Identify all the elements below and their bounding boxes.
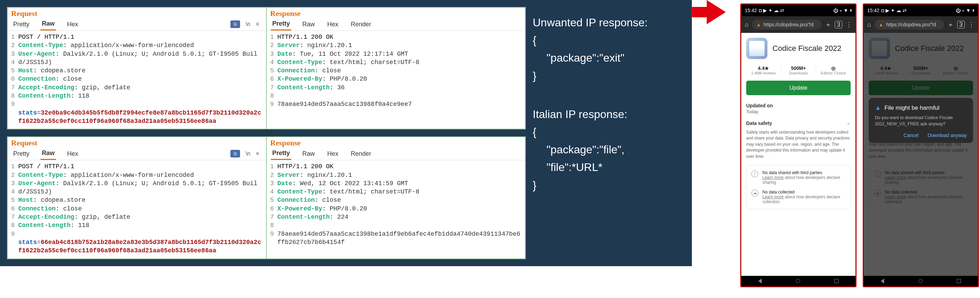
request-panel-2: Request Pretty Raw Hex ⎘ \n ≡ 123456789 bbox=[7, 137, 266, 258]
update-button[interactable]: Update bbox=[746, 81, 851, 95]
tab-pretty[interactable]: Pretty bbox=[271, 18, 291, 30]
new-tab-icon[interactable]: ＋ bbox=[825, 21, 831, 29]
updated-on-value: Today bbox=[746, 109, 851, 114]
dialog-body: Do you want to download Codice Fiscale 2… bbox=[875, 115, 967, 127]
tab-raw[interactable]: Raw bbox=[40, 147, 56, 160]
actions-button[interactable]: ⎘ bbox=[231, 150, 240, 158]
menu-icon[interactable]: ≡ bbox=[256, 21, 259, 27]
rr-row-1: Request Pretty Raw Hex ⎘ \n ≡ 123456789 bbox=[7, 7, 526, 129]
rr-row-2: Request Pretty Raw Hex ⎘ \n ≡ 123456789 bbox=[7, 136, 526, 259]
harmful-file-dialog: ▲ File might be harmful Do you want to d… bbox=[869, 98, 973, 143]
status-bar: 15:42◘ ▶ ✦ ☁ ⇄ ⏻ ▾ ▼ ▮ bbox=[864, 5, 978, 16]
status-bar: 15:42◘ ▶ ✦ ☁ ⇄ ⏻ ▾ ▼ ▮ bbox=[741, 5, 856, 16]
data-safety-card: ⤴ No data shared with third parties Lear… bbox=[746, 165, 851, 209]
tab-count[interactable]: 3 bbox=[835, 21, 842, 29]
tab-raw[interactable]: Raw bbox=[301, 148, 316, 159]
phone-screenshot-2: 15:42◘ ▶ ✦ ☁ ⇄ ⏻ ▾ ▼ ▮ ⌂ ▲ https://cdopd… bbox=[863, 3, 979, 287]
annotations-column: Unwanted IP response: { "package":"exit"… bbox=[533, 7, 685, 259]
warning-triangle-icon: ▲ bbox=[875, 104, 881, 112]
android-nav-bar bbox=[864, 276, 978, 286]
tab-render[interactable]: Render bbox=[349, 148, 372, 159]
back-icon[interactable] bbox=[758, 279, 762, 284]
home-icon[interactable]: ⌂ bbox=[745, 21, 749, 29]
tab-hex[interactable]: Hex bbox=[66, 148, 80, 159]
stats-row: 4.4★1.48M reviews 500M+Downloads ◎Editor… bbox=[869, 65, 973, 75]
new-tab-icon[interactable]: ＋ bbox=[948, 21, 954, 29]
download-anyway-button[interactable]: Download anyway bbox=[928, 132, 967, 138]
arrow-right-icon[interactable]: → bbox=[846, 121, 851, 126]
brace-close: } bbox=[533, 177, 685, 194]
request-body-1: POST / HTTP/1.1 Content-Type: applicatio… bbox=[18, 33, 262, 125]
tab-render[interactable]: Render bbox=[349, 19, 372, 30]
brace-open: { bbox=[533, 32, 685, 49]
tab-raw[interactable]: Raw bbox=[301, 19, 316, 30]
tab-pretty[interactable]: Pretty bbox=[12, 19, 31, 30]
italian-body-1: "package":"file", bbox=[533, 141, 685, 159]
browser-url-bar: ⌂ ▲ https://cdopdrea.pro/?d ＋ 3 ⋮ bbox=[741, 16, 856, 33]
newline-toggle[interactable]: \n bbox=[246, 21, 250, 27]
home-nav-icon[interactable] bbox=[918, 279, 923, 283]
tab-count[interactable]: 3 bbox=[957, 21, 965, 29]
response-panel-1: Response Pretty Raw Hex Render 123456789… bbox=[266, 7, 525, 129]
tab-pretty[interactable]: Pretty bbox=[271, 147, 291, 160]
tab-raw[interactable]: Raw bbox=[40, 18, 56, 30]
more-icon[interactable]: ⋮ bbox=[968, 21, 974, 29]
recents-icon[interactable] bbox=[957, 279, 961, 283]
share-icon: ⤴ bbox=[751, 170, 758, 177]
tab-hex[interactable]: Hex bbox=[326, 148, 340, 159]
italian-body-2: "file":*URL* bbox=[533, 159, 685, 176]
more-icon[interactable]: ⋮ bbox=[846, 21, 852, 29]
app-title: Codice Fiscale 2022 bbox=[895, 44, 964, 53]
response-panel-2: Response Pretty Raw Hex Render 123456789… bbox=[266, 137, 525, 258]
app-icon bbox=[869, 38, 890, 59]
unwanted-body: "package":"exit" bbox=[533, 49, 685, 67]
unwanted-title: Unwanted IP response: bbox=[533, 14, 685, 32]
warning-icon: ▲ bbox=[756, 22, 761, 27]
response-header: Response bbox=[267, 8, 525, 18]
app-icon bbox=[746, 38, 768, 59]
italian-title: Italian IP response: bbox=[533, 105, 685, 123]
home-nav-icon[interactable] bbox=[796, 279, 800, 283]
request-body-2: POST / HTTP/1.1 Content-Type: applicatio… bbox=[18, 163, 262, 255]
response-body-1: HTTP/1.1 200 OK Server: nginx/1.20.1 Dat… bbox=[277, 33, 522, 109]
actions-button[interactable]: ⎘ bbox=[231, 21, 240, 28]
recents-icon[interactable] bbox=[834, 279, 838, 283]
brace-close: } bbox=[533, 67, 685, 85]
response-header: Response bbox=[267, 137, 525, 147]
newline-toggle[interactable]: \n bbox=[246, 151, 250, 157]
back-icon[interactable] bbox=[881, 279, 884, 284]
home-icon[interactable]: ⌂ bbox=[867, 21, 871, 29]
tab-hex[interactable]: Hex bbox=[326, 19, 340, 30]
editors-choice-icon: ◎ bbox=[816, 65, 851, 71]
response-body-2: HTTP/1.1 200 OK Server: nginx/1.20.1 Dat… bbox=[277, 163, 522, 246]
tab-hex[interactable]: Hex bbox=[66, 19, 80, 30]
url-field[interactable]: ▲ https://cdopdrea.pro/?d bbox=[752, 20, 822, 29]
request-header: Request bbox=[8, 8, 266, 18]
dialog-title: File might be harmful bbox=[885, 105, 940, 112]
brace-open: { bbox=[533, 123, 685, 141]
request-panel-1: Request Pretty Raw Hex ⎘ \n ≡ 123456789 bbox=[7, 7, 266, 129]
arrow-icon bbox=[692, 0, 740, 24]
data-safety-title: Data safety bbox=[746, 120, 772, 126]
stats-row: 4.4★1.48M reviews 500M+Downloads ◎Editor… bbox=[746, 65, 851, 75]
cancel-button[interactable]: Cancel bbox=[904, 132, 919, 138]
cloud-icon: ☁ bbox=[874, 190, 881, 197]
share-icon: ⤴ bbox=[874, 170, 881, 177]
data-safety-desc: Safety starts with understanding how dev… bbox=[746, 129, 851, 159]
update-button[interactable]: Update bbox=[869, 81, 973, 95]
menu-icon[interactable]: ≡ bbox=[256, 151, 259, 157]
updated-on-label: Updated on bbox=[746, 103, 851, 108]
app-title: Codice Fiscale 2022 bbox=[772, 44, 841, 53]
cloud-icon: ☁ bbox=[751, 190, 758, 197]
request-header: Request bbox=[8, 137, 266, 147]
android-nav-bar bbox=[741, 276, 856, 286]
tab-pretty[interactable]: Pretty bbox=[12, 148, 31, 159]
phone-screenshot-1: 15:42◘ ▶ ✦ ☁ ⇄ ⏻ ▾ ▼ ▮ ⌂ ▲ https://cdopd… bbox=[740, 3, 856, 287]
burp-panels-container: Request Pretty Raw Hex ⎘ \n ≡ 123456789 bbox=[0, 0, 692, 266]
warning-icon: ▲ bbox=[879, 22, 883, 27]
browser-url-bar: ⌂ ▲ https://cdopdrea.pro/?d ＋ 3 ⋮ bbox=[864, 16, 978, 33]
url-field[interactable]: ▲ https://cdopdrea.pro/?d bbox=[875, 20, 944, 29]
